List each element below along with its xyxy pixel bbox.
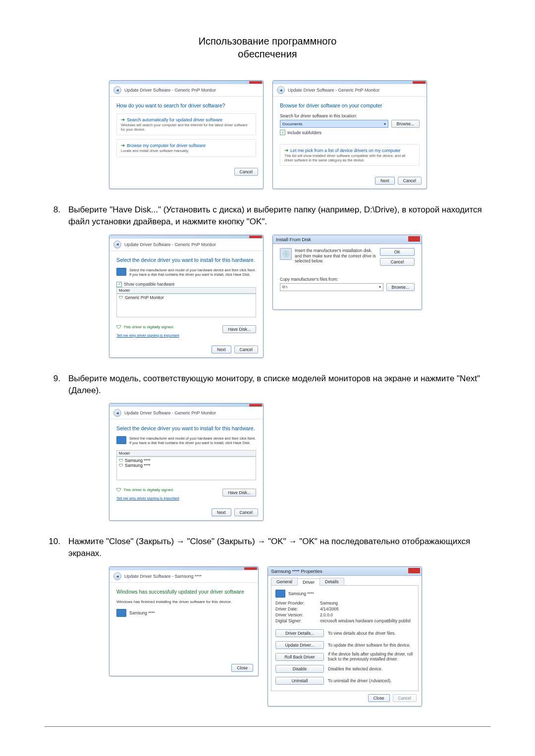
rollback-driver-desc: If the device fails after updating the d…: [328, 652, 414, 662]
checkbox-icon: ✓: [116, 282, 122, 287]
list-item[interactable]: 🛡Generic PnP Monitor: [119, 295, 254, 300]
cancel-button[interactable]: Cancel: [234, 168, 258, 176]
driver-details-desc: To view details about the driver files.: [328, 631, 414, 636]
window-titlebar: [109, 567, 258, 570]
dialog-message: Insert the manufacturer's installation d…: [295, 248, 377, 266]
back-icon[interactable]: ◄: [113, 86, 121, 94]
question-heading: How do you want to search for driver sof…: [116, 102, 256, 108]
disk-icon: 💿: [280, 248, 292, 260]
close-button[interactable]: Close: [231, 664, 253, 672]
next-button[interactable]: Next: [212, 346, 231, 353]
list-item[interactable]: 🛡Samsung ****: [119, 463, 254, 468]
next-button[interactable]: Next: [212, 508, 231, 516]
back-icon[interactable]: ◄: [113, 241, 121, 249]
close-icon[interactable]: [249, 236, 262, 238]
step-text: Выберите "Have Disk..." (Установить с ди…: [68, 204, 490, 228]
question-heading: Select the device driver you want to ins…: [116, 425, 256, 431]
browse-button[interactable]: Browse...: [391, 120, 420, 128]
shield-icon: 🛡: [116, 324, 121, 330]
option-search-auto[interactable]: ➔Search automatically for updated driver…: [116, 113, 256, 135]
close-button[interactable]: Close: [368, 694, 390, 702]
breadcrumb-text: Update Driver Software - Generic PnP Mon…: [124, 410, 216, 415]
window-update-success: ◄ Update Driver Software - Samsung **** …: [109, 566, 259, 676]
option-title: Browse my computer for driver software: [127, 143, 206, 148]
cancel-button[interactable]: Cancel: [234, 346, 258, 353]
option-desc: Locate and install driver software manua…: [121, 149, 252, 153]
window-update-driver-search: ◄ Update Driver Software - Generic PnP M…: [109, 80, 264, 189]
close-icon[interactable]: [249, 81, 262, 84]
step-number: 8.: [45, 204, 60, 216]
close-icon[interactable]: [408, 236, 420, 242]
signed-note: 🛡This driver is digitally signed.: [116, 324, 179, 330]
driver-details-button[interactable]: Driver Details...: [275, 629, 324, 637]
label-signer: Digital Signer:: [275, 618, 320, 623]
option-title: Search automatically for updated driver …: [127, 117, 222, 122]
close-icon[interactable]: [249, 404, 262, 406]
instruction-text: Select the manufacturer and model of you…: [129, 436, 256, 445]
signed-note: 🛡This driver is digitally signed.: [116, 487, 179, 493]
option-desc: This list will show installed driver sof…: [284, 154, 415, 162]
step-text: Нажмите "Close" (Закрыть) → "Close" (Зак…: [68, 536, 490, 559]
arrow-icon: ➔: [121, 117, 125, 122]
cancel-button[interactable]: Cancel: [234, 508, 258, 516]
path-input[interactable]: D:\▾: [280, 283, 383, 291]
close-icon[interactable]: [408, 568, 420, 573]
back-icon[interactable]: ◄: [113, 572, 121, 580]
location-input[interactable]: Documents▾: [280, 120, 388, 128]
tab-details[interactable]: Details: [320, 578, 344, 585]
dropdown-icon[interactable]: ▾: [384, 122, 386, 126]
step-number: 10.: [45, 536, 60, 548]
close-icon[interactable]: [244, 567, 257, 570]
tab-general[interactable]: General: [271, 578, 298, 585]
success-heading: Windows has successfully updated your dr…: [116, 589, 251, 595]
device-name: Samsung ****: [129, 610, 155, 615]
model-header: Model: [116, 450, 256, 456]
shield-icon: 🛡: [119, 295, 123, 300]
disable-button[interactable]: Disable: [275, 665, 324, 673]
monitor-icon: [275, 590, 285, 598]
dialog-title: Install From Disk: [273, 235, 422, 244]
dropdown-icon[interactable]: ▾: [379, 285, 381, 289]
close-icon[interactable]: [413, 81, 426, 84]
cancel-button[interactable]: Cancel: [380, 258, 415, 266]
tab-bar: General Driver Details: [271, 578, 419, 586]
option-browse-computer[interactable]: ➔Browse my computer for driver software …: [116, 139, 256, 157]
show-compatible-checkbox[interactable]: ✓Show compatible hardware: [116, 282, 256, 287]
value-version: 2.0.0.0: [320, 612, 414, 617]
model-list[interactable]: 🛡Samsung **** 🛡Samsung ****: [116, 456, 256, 480]
title-line2: обеспечения: [238, 49, 297, 59]
next-button[interactable]: Next: [375, 177, 394, 185]
breadcrumb: ◄ Update Driver Software - Generic PnP M…: [109, 239, 263, 251]
have-disk-button[interactable]: Have Disk...: [222, 325, 256, 333]
include-subfolders-checkbox[interactable]: ✓Include subfolders: [280, 130, 420, 135]
title-line1: Использование программного: [199, 36, 337, 47]
breadcrumb: ◄ Update Driver Software - Generic PnP M…: [273, 84, 427, 97]
ok-button[interactable]: OK: [380, 248, 415, 256]
step-text: Выберите модель, соответствующую монитор…: [68, 373, 490, 397]
update-driver-button[interactable]: Update Driver...: [275, 641, 324, 649]
list-item[interactable]: 🛡Samsung ****: [119, 458, 254, 463]
uninstall-desc: To uninstall the driver (Advanced).: [328, 678, 414, 683]
option-let-me-pick[interactable]: ➔Let me pick from a list of device drive…: [280, 144, 420, 166]
rollback-driver-button[interactable]: Roll Back Driver: [275, 653, 324, 661]
back-icon[interactable]: ◄: [277, 86, 285, 94]
instruction-text: Select the manufacturer and model of you…: [129, 268, 256, 277]
window-browse-for-driver: ◄ Update Driver Software - Generic PnP M…: [272, 80, 427, 189]
window-titlebar: [109, 81, 263, 84]
value-date: 4/14/2005: [320, 606, 414, 611]
breadcrumb-text: Update Driver Software - Samsung ****: [124, 574, 202, 579]
why-signing-link[interactable]: Tell me why driver signing is important: [116, 496, 179, 501]
update-driver-desc: To update the driver software for this d…: [328, 643, 414, 648]
breadcrumb-text: Update Driver Software - Generic PnP Mon…: [124, 88, 216, 93]
why-signing-link[interactable]: Tell me why driver signing is important: [116, 333, 179, 338]
cancel-button[interactable]: Cancel: [398, 177, 422, 185]
window-titlebar: [273, 81, 427, 84]
tab-driver[interactable]: Driver: [297, 578, 320, 586]
model-list[interactable]: 🛡Generic PnP Monitor: [116, 294, 256, 317]
disable-desc: Disables the selected device.: [328, 666, 414, 671]
browse-button[interactable]: Browse...: [386, 283, 415, 291]
have-disk-button[interactable]: Have Disk...: [222, 489, 256, 497]
back-icon[interactable]: ◄: [113, 409, 121, 417]
uninstall-button[interactable]: Uninstall: [275, 677, 324, 685]
value-provider: Samsung: [320, 601, 414, 605]
